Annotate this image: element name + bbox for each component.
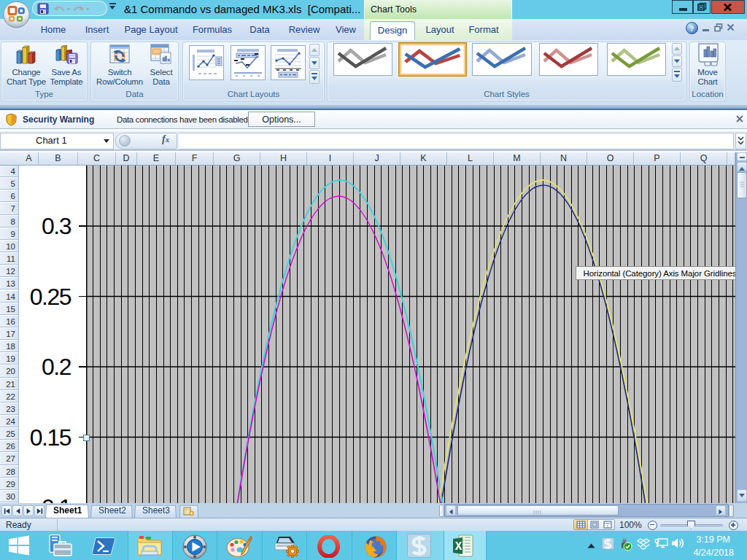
svg-text:?: ? <box>690 24 694 33</box>
